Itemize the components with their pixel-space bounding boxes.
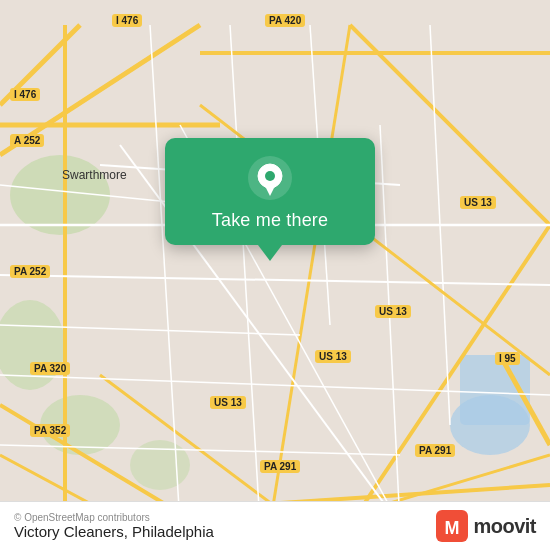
map-container: I 476 PA 420 I 476 A 252 US 13 PA 252 US… [0,0,550,550]
bottom-bar: © OpenStreetMap contributors Victory Cle… [0,501,550,550]
road-label-us13-mid2: US 13 [315,350,351,363]
svg-text:M: M [445,518,460,538]
moovit-logo: M moovit [436,510,536,542]
road-label-pa320: PA 320 [30,362,70,375]
popup-card: Take me there [165,138,375,245]
road-label-i476-left: I 476 [10,88,40,101]
road-label-pa291-right: PA 291 [415,444,455,457]
svg-point-38 [265,171,275,181]
road-label-a252: A 252 [10,134,44,147]
road-label-i95: I 95 [495,352,520,365]
svg-point-4 [130,440,190,490]
road-label-pa291-bottom: PA 291 [260,460,300,473]
swarthmore-label: Swarthmore [62,168,127,182]
location-name: Victory Cleaners, Philadelphia [14,523,214,540]
road-label-i476-top: I 476 [112,14,142,27]
road-label-pa420: PA 420 [265,14,305,27]
location-pin-icon [248,156,292,200]
moovit-text: moovit [473,515,536,538]
road-label-us13-bottom: US 13 [210,396,246,409]
svg-point-6 [450,395,530,455]
road-label-us13-mid1: US 13 [375,305,411,318]
road-label-pa352: PA 352 [30,424,70,437]
road-label-us13-right: US 13 [460,196,496,209]
bottom-info: © OpenStreetMap contributors Victory Cle… [14,512,214,540]
moovit-icon: M [436,510,468,542]
attribution-text: © OpenStreetMap contributors [14,512,214,523]
take-me-there-button[interactable]: Take me there [212,210,328,231]
road-label-pa252: PA 252 [10,265,50,278]
